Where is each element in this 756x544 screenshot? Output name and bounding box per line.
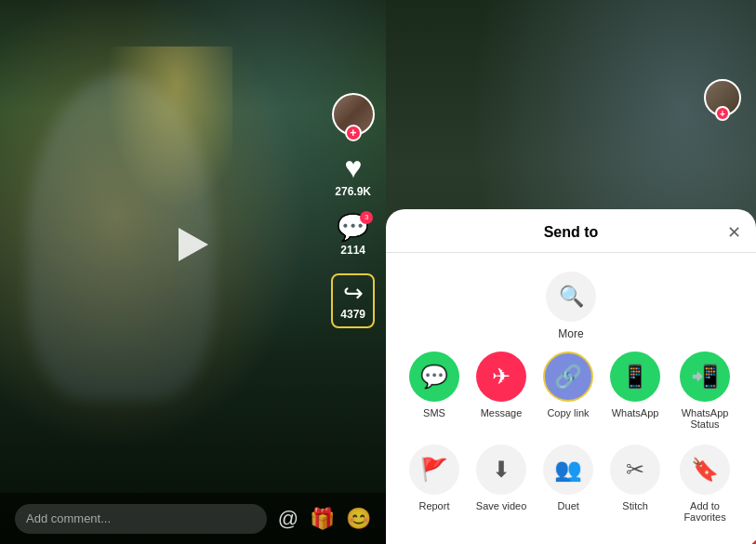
save-video-circle: ⬇ xyxy=(476,444,526,495)
duet-icon: 👥 xyxy=(554,457,582,483)
more-item[interactable]: 🔍 More xyxy=(546,272,596,340)
right-video-panel: + Send to ✕ 🔍 More 💬 SMS xyxy=(386,0,756,544)
sms-label: SMS xyxy=(423,407,445,418)
right-creator-avatar[interactable]: + xyxy=(704,79,741,116)
whatsapp-status-share-item[interactable]: 📲 WhatsApp Status xyxy=(677,352,733,430)
comment-input[interactable]: Add comment... xyxy=(15,504,267,534)
sms-circle: 💬 xyxy=(409,352,459,402)
at-icon[interactable]: @ xyxy=(278,507,298,531)
report-share-item[interactable]: 🚩 Report xyxy=(409,444,459,523)
share-row-2: 🚩 Report ⬇ Save video 👥 Duet xyxy=(386,444,756,523)
like-count: 276.9K xyxy=(335,185,371,198)
more-row: 🔍 More xyxy=(386,264,756,352)
sun-ray-overlay xyxy=(93,46,232,232)
whatsapp-label: WhatsApp xyxy=(612,407,659,418)
favorites-circle: 🔖 xyxy=(680,444,730,495)
play-button[interactable] xyxy=(170,221,217,268)
stitch-icon: ✂ xyxy=(626,457,644,483)
whatsapp-share-item[interactable]: 📱 WhatsApp xyxy=(610,352,660,430)
favorites-label: Add to Favorites xyxy=(677,500,733,523)
message-label: Message xyxy=(481,407,523,418)
sms-icon: 💬 xyxy=(420,364,448,390)
search-more-icon: 🔍 xyxy=(559,285,584,309)
like-action[interactable]: ♥ 276.9K xyxy=(335,153,371,198)
whatsapp-status-label: WhatsApp Status xyxy=(677,407,733,430)
left-video-panel: + ♥ 276.9K 💬 3 2114 ↪ 4379 Add comment..… xyxy=(0,0,386,544)
duet-circle: 👥 xyxy=(543,444,593,495)
share-sheet-header: Send to ✕ xyxy=(386,224,756,252)
bottom-bar: Add comment... @ 🎁 😊 xyxy=(0,493,386,544)
share-sheet: Send to ✕ 🔍 More 💬 SMS xyxy=(386,209,756,544)
whatsapp-status-icon: 📲 xyxy=(691,364,719,390)
comment-icon: 💬 3 xyxy=(337,215,369,241)
stitch-share-item[interactable]: ✂ Stitch xyxy=(610,444,660,523)
header-divider xyxy=(386,252,756,253)
copy-link-label: Copy link xyxy=(547,407,589,418)
copy-link-circle: 🔗 xyxy=(543,352,593,402)
message-share-item[interactable]: ✈ Message xyxy=(476,352,526,430)
whatsapp-icon: 📱 xyxy=(621,364,649,390)
favorites-icon: 🔖 xyxy=(691,457,719,483)
save-video-share-item[interactable]: ⬇ Save video xyxy=(476,444,526,523)
duet-share-item[interactable]: 👥 Duet xyxy=(543,444,593,523)
copy-link-icon: 🔗 xyxy=(554,364,582,390)
right-follow-plus-icon[interactable]: + xyxy=(715,106,730,121)
stitch-label: Stitch xyxy=(622,500,648,511)
share-row-1: 💬 SMS ✈ Message 🔗 Copy link xyxy=(386,352,756,444)
favorites-share-item[interactable]: 🔖 Add to Favorites xyxy=(677,444,733,523)
more-label: More xyxy=(558,327,583,340)
save-video-icon: ⬇ xyxy=(492,457,511,483)
right-sidebar: + ♥ 276.9K 💬 3 2114 ↪ 4379 xyxy=(331,93,375,328)
follow-plus-icon[interactable]: + xyxy=(345,125,362,141)
more-circle: 🔍 xyxy=(546,272,596,322)
heart-icon: ♥ xyxy=(344,153,362,182)
sms-share-item[interactable]: 💬 SMS xyxy=(409,352,459,430)
share-action[interactable]: ↪ 4379 xyxy=(331,273,375,328)
report-icon: 🚩 xyxy=(420,457,448,483)
whatsapp-status-circle: 📲 xyxy=(680,352,730,402)
message-circle: ✈ xyxy=(476,352,526,402)
report-circle: 🚩 xyxy=(409,444,459,495)
close-button[interactable]: ✕ xyxy=(727,224,741,241)
comment-placeholder: Add comment... xyxy=(26,511,111,525)
duet-label: Duet xyxy=(558,500,579,511)
stitch-circle: ✂ xyxy=(610,444,660,495)
emoji-icon[interactable]: 😊 xyxy=(346,507,371,531)
gift-icon[interactable]: 🎁 xyxy=(310,507,335,531)
sheet-title: Send to xyxy=(544,224,599,241)
copy-link-share-item[interactable]: 🔗 Copy link xyxy=(543,352,593,430)
comment-count: 2114 xyxy=(340,244,365,257)
save-video-label: Save video xyxy=(476,500,526,511)
share-icon: ↪ xyxy=(343,281,364,305)
share-box: ↪ 4379 xyxy=(331,273,375,328)
play-icon xyxy=(179,228,208,261)
report-label: Report xyxy=(418,500,449,511)
creator-avatar[interactable]: + xyxy=(332,93,375,136)
comment-action[interactable]: 💬 3 2114 xyxy=(337,215,369,257)
share-count: 4379 xyxy=(340,308,365,321)
whatsapp-circle: 📱 xyxy=(610,352,660,402)
message-icon: ✈ xyxy=(492,364,511,390)
